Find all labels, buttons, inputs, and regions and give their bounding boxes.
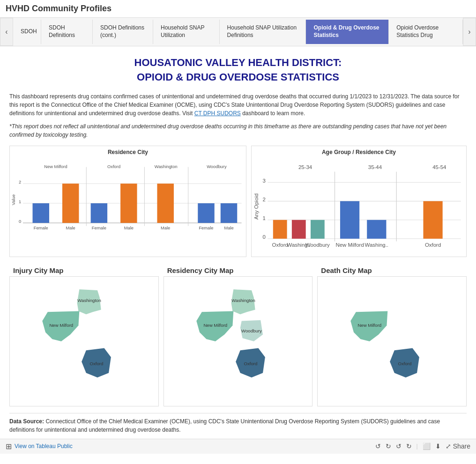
map-death: New Milford Oxford (317, 276, 467, 406)
svg-text:3: 3 (262, 177, 265, 183)
chart-age-group: Age Group / Residence City Any Opioid 0 … (251, 146, 467, 257)
svg-text:1: 1 (262, 215, 265, 221)
footer-left: ⊞ View on Tableau Public (6, 442, 73, 451)
map2-container: Washington New Milford Woodbury Oxford (168, 280, 309, 402)
footer-right: ↺ ↻ ↺ ↻ | ⬜ ⬇ ⤢ Share (375, 442, 470, 450)
tab-household-snap-def[interactable]: Household SNAP Utilization Definitions (220, 20, 306, 44)
app-title: HVHD Community Profiles (0, 0, 476, 18)
tab-opioid-drug[interactable]: Opioid & Drug Overdose Statistics (306, 20, 389, 44)
map3-svg: New Milford Oxford (329, 283, 455, 400)
share-icon: ⤢ (446, 442, 451, 450)
svg-rect-41 (273, 220, 287, 238)
data-source: Data Source: Connecticut Office of the C… (9, 413, 467, 434)
tab-sdoh-definitions[interactable]: SDOH Definitions (41, 20, 93, 44)
map-residency: Washington New Milford Woodbury Oxford (164, 276, 313, 406)
svg-text:Washington: Washington (231, 298, 255, 303)
svg-rect-25 (198, 203, 214, 223)
tab-nav-right-arrow[interactable]: › (463, 18, 476, 46)
chart2-svg: Any Opioid 0 1 2 3 25-34 35-44 45-54 (252, 158, 466, 255)
svg-text:Male: Male (124, 226, 134, 230)
view-on-tableau-link[interactable]: View on Tableau Public (15, 443, 73, 449)
svg-text:New Milford: New Milford (44, 164, 67, 169)
svg-text:New Milford: New Milford (335, 242, 364, 248)
svg-text:Male: Male (224, 226, 233, 230)
svg-text:0: 0 (19, 219, 21, 224)
page-note: *This report does not reflect all uninte… (9, 122, 467, 139)
charts-row: Residence City Value 0 1 2 New Milford (9, 146, 467, 257)
tableau-icon: ⊞ (6, 442, 12, 451)
svg-text:0: 0 (262, 234, 265, 239)
svg-rect-53 (423, 201, 442, 238)
map1-container: Washington New Milford Oxford (14, 280, 155, 402)
svg-text:Washington: Washington (155, 164, 178, 169)
map1-svg: Washington New Milford Oxford (21, 283, 147, 400)
forward-button[interactable]: ↻ (406, 442, 412, 450)
map3-container: New Milford Oxford (321, 280, 462, 402)
svg-rect-21 (157, 184, 173, 223)
revert-button[interactable]: ↺ (396, 442, 402, 450)
svg-text:Value: Value (11, 194, 16, 205)
svg-text:Female: Female (34, 226, 48, 230)
svg-text:Female: Female (199, 226, 213, 230)
svg-text:New Milford: New Milford (50, 323, 74, 328)
maps-row: Washington New Milford Oxford Washington (9, 276, 467, 406)
main-content: HOUSATONIC VALLEY HEALTH DISTRICT: OPIOI… (0, 46, 476, 439)
tab-nav-left-arrow[interactable]: ‹ (0, 18, 13, 46)
chart1-title: Residence City (10, 146, 246, 158)
tab-navigation: ‹ SDOH SDOH Definitions SDOH Definitions… (0, 18, 476, 46)
page-description: This dashboard represents drug contains … (9, 92, 467, 118)
svg-text:Oxford: Oxford (107, 164, 120, 169)
svg-text:45-54: 45-54 (432, 164, 446, 169)
svg-text:2: 2 (262, 196, 265, 202)
map1-title-header: Injury City Map (9, 265, 159, 276)
svg-text:35-44: 35-44 (368, 164, 382, 169)
svg-text:Woodbury: Woodbury (241, 328, 262, 333)
svg-rect-43 (311, 220, 325, 238)
svg-text:25-34: 25-34 (298, 164, 312, 169)
svg-rect-42 (292, 220, 306, 238)
tab-sdoh[interactable]: SDOH (13, 20, 41, 44)
chart1-svg: Value 0 1 2 New Milford Female Male (10, 158, 246, 237)
undo-button[interactable]: ↺ (375, 442, 381, 450)
svg-text:Male: Male (161, 226, 170, 230)
svg-text:Oxford: Oxford (272, 242, 288, 248)
tab-sdoh-definitions-cont[interactable]: SDOH Definitions (cont.) (93, 20, 153, 44)
svg-text:Male: Male (66, 226, 75, 230)
svg-text:Oxford: Oxford (90, 361, 104, 366)
svg-rect-49 (367, 220, 386, 238)
svg-rect-26 (221, 203, 237, 223)
svg-text:New Milford: New Milford (203, 323, 227, 328)
map-injury: Washington New Milford Oxford (9, 276, 159, 406)
redo-button[interactable]: ↻ (386, 442, 391, 450)
map3-title-header: Death City Map (317, 265, 467, 276)
device-preview-button[interactable]: ⬜ (423, 442, 431, 450)
svg-rect-9 (33, 203, 49, 223)
svg-text:Woodbury: Woodbury (207, 164, 227, 169)
page-title: HOUSATONIC VALLEY HEALTH DISTRICT: OPIOI… (9, 56, 467, 85)
svg-text:New Milford: New Milford (357, 323, 381, 328)
svg-text:Any Opioid: Any Opioid (253, 193, 259, 220)
maps-titles-row: Injury City Map Residency City Map Death… (9, 265, 467, 276)
svg-text:2: 2 (19, 180, 21, 184)
tab-scroll-area: SDOH SDOH Definitions SDOH Definitions (… (13, 20, 463, 44)
sudors-link[interactable]: CT DPH SUDORS (194, 110, 241, 117)
svg-text:Washing..: Washing.. (365, 242, 388, 248)
svg-rect-48 (340, 201, 359, 238)
tab-household-snap[interactable]: Household SNAP Utilization (153, 20, 220, 44)
svg-text:1: 1 (19, 199, 21, 204)
share-button[interactable]: ⤢ Share (446, 442, 470, 450)
svg-text:Female: Female (92, 226, 106, 230)
chart2-title: Age Group / Residence City (252, 146, 466, 158)
svg-rect-10 (62, 184, 79, 223)
map2-title-header: Residency City Map (164, 265, 313, 276)
svg-text:Washington: Washington (78, 298, 101, 303)
svg-text:Oxford: Oxford (425, 242, 441, 248)
svg-rect-15 (91, 203, 107, 223)
tab-opioid-drug-def[interactable]: Opioid Overdose Statistics Drug (389, 20, 463, 44)
svg-text:Oxford: Oxford (244, 361, 258, 366)
download-button[interactable]: ⬇ (435, 442, 441, 450)
map2-svg: Washington New Milford Woodbury Oxford (175, 283, 301, 400)
svg-text:Woodbury: Woodbury (305, 242, 330, 248)
svg-text:Oxford: Oxford (398, 361, 411, 366)
footer-bar: ⊞ View on Tableau Public ↺ ↻ ↺ ↻ | ⬜ ⬇ ⤢… (0, 439, 476, 454)
